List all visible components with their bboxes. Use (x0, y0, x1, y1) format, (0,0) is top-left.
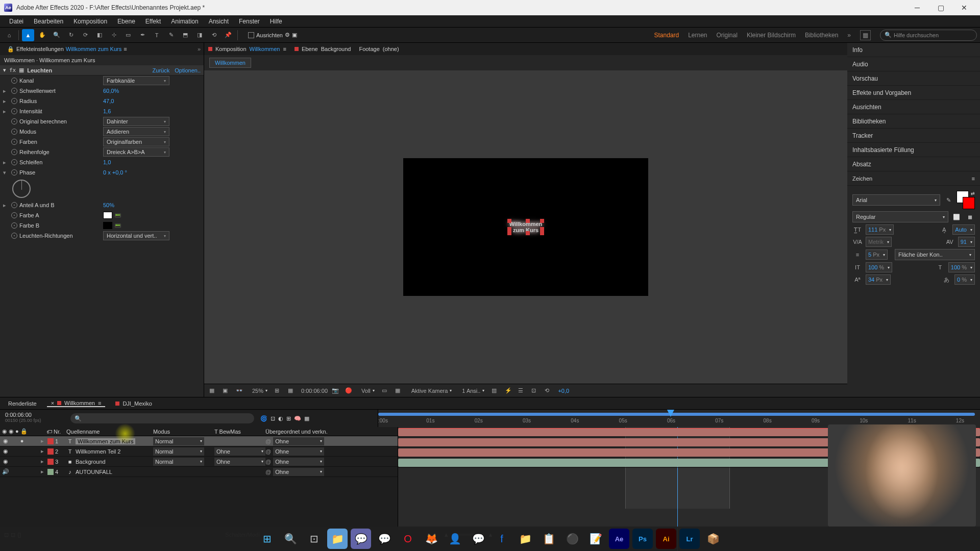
zoom-tool[interactable]: 🔍 (51, 29, 63, 41)
folder-icon[interactable]: 📁 (515, 529, 535, 549)
frame-blend-icon[interactable]: ⊡ (271, 415, 275, 422)
home-icon[interactable]: ⌂ (3, 29, 15, 41)
preview-panel-header[interactable]: Vorschau (847, 71, 980, 86)
richtungen-dropdown[interactable]: Horizontal und vert..▾ (103, 231, 169, 240)
channel-icon[interactable]: ▦ (288, 387, 297, 394)
menu-datei[interactable]: Datei (4, 18, 29, 25)
pixel-aspect-icon[interactable]: ▥ (492, 387, 501, 394)
modus-dropdown[interactable]: Addieren▾ (103, 127, 169, 136)
font-dropdown[interactable]: Arial▾ (852, 194, 940, 206)
camera-dropdown[interactable]: Aktive Kamera▾ (408, 386, 455, 395)
kanal-dropdown[interactable]: Farbkanäle▾ (103, 76, 169, 85)
mode-dropdown[interactable]: Normal▾ (153, 447, 204, 456)
mode-dropdown[interactable]: Normal▾ (153, 437, 204, 445)
timeline-search[interactable]: 🔍 (70, 413, 254, 423)
panel-menu-icon[interactable]: ≡ (98, 400, 101, 406)
illustrator-icon[interactable]: Ai (656, 529, 676, 549)
eraser-tool[interactable]: ◨ (193, 29, 206, 41)
paragraph-panel-header[interactable]: Absatz (847, 157, 980, 171)
pickwhip-icon[interactable]: @ (265, 448, 271, 455)
fx-toggle-icon[interactable]: fx (9, 67, 16, 73)
menu-animation[interactable]: Animation (166, 18, 203, 25)
stopwatch-icon[interactable] (11, 129, 17, 135)
menu-effekt[interactable]: Effekt (140, 18, 166, 25)
visibility-icon[interactable]: ◉ (2, 458, 9, 465)
farben-dropdown[interactable]: Originalfarben▾ (103, 137, 169, 146)
workspace-original[interactable]: Original (717, 32, 738, 39)
resolution-dropdown[interactable]: Voll▾ (358, 386, 378, 395)
workspace-bibliotheken[interactable]: Bibliotheken (805, 32, 838, 39)
timeline-icon[interactable]: ☰ (518, 387, 527, 394)
libraries-panel-header[interactable]: Bibliotheken (847, 114, 980, 129)
radius-value[interactable]: 47,0 (103, 98, 114, 104)
menu-bearbeiten[interactable]: Bearbeiten (29, 18, 68, 25)
color-mgmt-icon[interactable]: 🔴 (345, 387, 354, 394)
workspace-sync-icon[interactable]: ▦ (860, 30, 871, 40)
workspace-standard[interactable]: Standard (654, 32, 679, 39)
comp-tab-footage[interactable]: Footage (ohne) (359, 46, 399, 52)
alpha-icon[interactable]: ▦ (209, 387, 218, 394)
info-panel-header[interactable]: Info (847, 43, 980, 57)
content-aware-header[interactable]: Inhaltsbasierte Füllung (847, 143, 980, 157)
snapshot-icon[interactable]: 📷 (332, 387, 341, 394)
after-effects-icon[interactable]: Ae (609, 529, 629, 549)
facebook-icon[interactable]: f (492, 529, 512, 549)
exposure-value[interactable]: +0,0 (558, 388, 569, 394)
rotate-tool[interactable]: ⟳ (79, 29, 91, 41)
stopwatch-icon[interactable] (11, 222, 17, 229)
explorer-icon[interactable]: 📁 (327, 529, 348, 549)
menu-fenster[interactable]: Fenster (234, 18, 265, 25)
workspace-more-icon[interactable]: » (847, 32, 851, 39)
puppet-tool[interactable]: 📌 (222, 29, 234, 41)
color-a-swatch[interactable] (103, 212, 112, 219)
text-layer-preview[interactable]: Willkommen zum Kurs (509, 221, 543, 233)
font-size-input[interactable]: 111Px▾ (866, 224, 894, 235)
search-input[interactable]: 🔍 Hilfe durchsuchen (880, 30, 977, 41)
camera-tool[interactable]: ◧ (93, 29, 106, 41)
app-icon-2[interactable]: 📋 (538, 529, 559, 549)
zoom-dropdown[interactable]: 25%▾ (249, 386, 271, 395)
menu-ansicht[interactable]: Ansicht (204, 18, 234, 25)
draft3d-icon[interactable]: ▦ (304, 415, 309, 422)
start-icon[interactable]: ⊞ (257, 529, 277, 549)
shy-icon[interactable]: 🌀 (260, 415, 267, 422)
stopwatch-icon[interactable] (11, 169, 17, 176)
panel-menu-icon[interactable]: ≡ (124, 46, 127, 52)
intensitaet-value[interactable]: 1,6 (103, 108, 111, 114)
obs-icon[interactable]: ⚫ (562, 529, 582, 549)
fx-twirl-icon[interactable]: ▾ (3, 67, 6, 73)
stopwatch-icon[interactable] (11, 78, 17, 84)
photoshop-icon[interactable]: Ps (632, 529, 653, 549)
fx-mask-icon[interactable]: ▦ (19, 67, 24, 73)
menu-ebene[interactable]: Ebene (112, 18, 140, 25)
close-button[interactable]: ✕ (952, 0, 976, 15)
leading-input[interactable]: Auto▾ (952, 224, 975, 235)
flowchart-icon[interactable]: ⊡ (531, 387, 541, 394)
hand-tool[interactable]: ✋ (36, 29, 48, 41)
glasses-icon[interactable]: 👓 (236, 387, 245, 394)
visibility-icon[interactable]: ◉ (2, 448, 9, 455)
pen-tool[interactable]: ✒ (136, 29, 149, 41)
grid-icon[interactable]: ⊞ (275, 387, 284, 394)
visibility-icon[interactable]: ◉ (2, 438, 9, 444)
reihenfolge-dropdown[interactable]: Dreieck A>B>A▾ (103, 147, 169, 157)
panel-menu-icon[interactable]: ≡ (972, 176, 975, 182)
tl-tab-willkommen[interactable]: ×Willkommen≡ (47, 400, 106, 407)
selection-tool[interactable]: ▲ (22, 29, 34, 41)
pickwhip-icon[interactable]: @ (265, 438, 271, 444)
parent-dropdown[interactable]: Ohne▾ (273, 458, 324, 466)
kerning-input[interactable]: Metrik▾ (866, 237, 892, 247)
effects-presets-header[interactable]: Effekte und Vorgaben (847, 86, 980, 100)
teams-icon[interactable]: 💬 (351, 529, 371, 549)
mode-dropdown[interactable]: Normal▾ (153, 458, 204, 466)
stopwatch-icon[interactable] (11, 118, 17, 124)
parent-dropdown[interactable]: Ohne▾ (273, 437, 324, 445)
anteil-value[interactable]: 50% (103, 202, 114, 208)
panel-overflow-icon[interactable]: » (198, 46, 201, 52)
schleifen-value[interactable]: 1,0 (103, 159, 111, 165)
tl-close-icon[interactable]: × (51, 400, 54, 406)
snap-checkbox[interactable] (248, 32, 254, 38)
transparency-icon[interactable]: ▦ (395, 387, 404, 394)
task-view-icon[interactable]: ⊡ (304, 529, 324, 549)
roi-icon[interactable]: ▭ (382, 387, 391, 394)
